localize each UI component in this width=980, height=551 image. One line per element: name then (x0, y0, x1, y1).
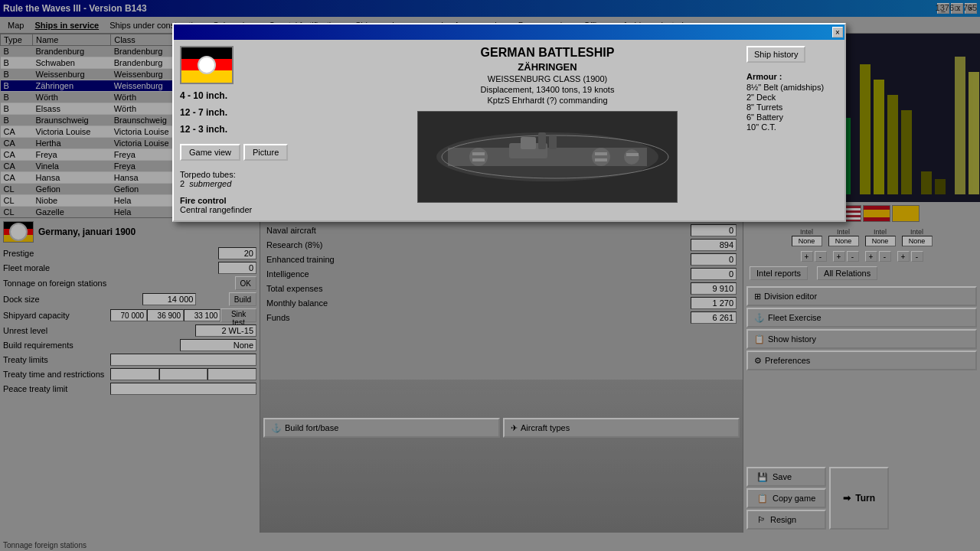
picture-button[interactable]: Picture (243, 144, 288, 161)
modal-right: Ship history Armour : 8½" Belt (amidship… (746, 46, 838, 214)
modal-overlay: × 4 - 10 inch. 12 - 7 inch. 12 - 3 inch.… (0, 0, 980, 551)
modal-commander: KptzS Ehrhardt (?) commanding (354, 96, 740, 105)
modal-title-text: GERMAN BATTLESHIP (354, 46, 740, 60)
ship-modal: × 4 - 10 inch. 12 - 7 inch. 12 - 3 inch.… (172, 23, 846, 222)
armour-section: Armour : 8½" Belt (amidships) 2" Deck 8"… (746, 72, 838, 132)
gun-aft (626, 153, 639, 156)
armour-battery: 6" Battery (746, 112, 838, 122)
turret-front (469, 148, 488, 166)
gun-line-2: 12 - 7 inch. (180, 107, 348, 118)
armour-belt: 8½" Belt (amidships) (746, 83, 838, 92)
bridge (521, 137, 536, 149)
gun-rear-2 (595, 158, 607, 161)
fire-control-value: Central rangefinder (180, 205, 348, 214)
gun-front-1 (472, 152, 485, 155)
turret-rear (592, 148, 610, 166)
gun-line-3: 12 - 3 inch. (180, 124, 348, 135)
modal-class-text: WEISSENBURG CLASS (1900) (354, 74, 740, 83)
modal-left: 4 - 10 inch. 12 - 7 inch. 12 - 3 inch. G… (180, 46, 348, 214)
gun-front-2 (472, 158, 485, 161)
armour-title: Armour : (746, 72, 838, 81)
armour-deck: 2" Deck (746, 93, 838, 102)
armour-turrets: 8" Turrets (746, 103, 838, 112)
modal-center: GERMAN BATTLESHIP ZÄHRINGEN WEISSENBURG … (354, 46, 740, 214)
modal-close-button[interactable]: × (832, 27, 843, 37)
modal-title-bar: × (174, 24, 844, 40)
torpedo-value: 2 submerged (180, 179, 348, 188)
modal-ship-name: ZÄHRINGEN (354, 61, 740, 73)
funnel (538, 132, 546, 149)
ship-history-button[interactable]: Ship history (746, 46, 805, 63)
modal-content: 4 - 10 inch. 12 - 7 inch. 12 - 3 inch. G… (174, 40, 844, 220)
gun-rear-1 (595, 152, 607, 155)
torpedo-label: Torpedo tubes: (180, 170, 348, 179)
modal-buttons: Game view Picture (180, 144, 348, 161)
ship-view (417, 111, 678, 203)
fire-control-section: Fire control Central rangefinder (180, 196, 348, 214)
torpedo-section: Torpedo tubes: 2 submerged (180, 170, 348, 188)
gun-line-1: 4 - 10 inch. (180, 90, 348, 101)
fire-control-label: Fire control (180, 196, 348, 205)
ship-diagram (425, 119, 670, 195)
modal-displacement: Displacement, 13400 tons, 19 knots (354, 85, 740, 94)
game-view-button[interactable]: Game view (180, 144, 240, 161)
armour-ct: 10" C.T. (746, 122, 838, 132)
modal-flag (180, 46, 234, 84)
turret-aft (624, 149, 639, 165)
modal-flag-emblem (198, 56, 216, 74)
funnel-2 (549, 135, 557, 149)
